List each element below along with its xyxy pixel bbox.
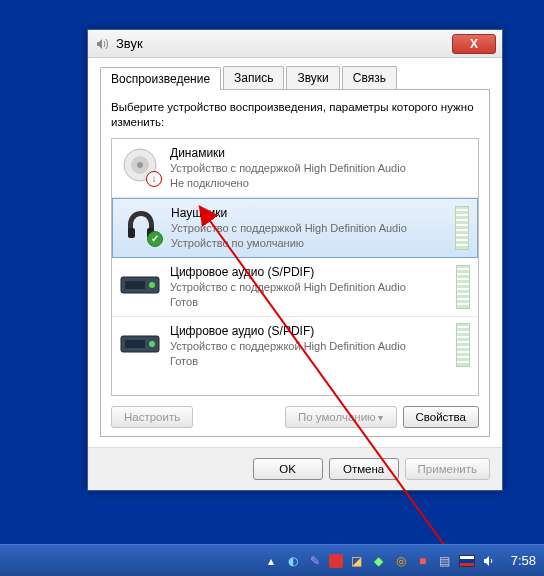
titlebar[interactable]: Звук X xyxy=(88,30,502,58)
headphones-icon: ✓ xyxy=(121,205,161,245)
device-desc: Устройство с поддержкой High Definition … xyxy=(170,280,446,295)
language-indicator[interactable] xyxy=(459,553,475,569)
configure-button[interactable]: Настроить xyxy=(111,406,193,428)
taskbar[interactable]: ▴ ◐ ✎ ◪ ◆ ◎ ■ ▤ 7:58 xyxy=(0,544,544,576)
system-tray: ▴ ◐ ✎ ◪ ◆ ◎ ■ ▤ 7:58 xyxy=(263,553,536,569)
unplugged-badge-icon: ↓ xyxy=(146,171,162,187)
device-status: Не подключено xyxy=(170,176,470,191)
tray-app-icon[interactable]: ■ xyxy=(415,553,431,569)
device-name: Наушники xyxy=(171,205,445,221)
level-meter xyxy=(456,265,470,309)
device-list[interactable]: ↓ Динамики Устройство с поддержкой High … xyxy=(111,138,479,396)
device-item-speakers[interactable]: ↓ Динамики Устройство с поддержкой High … xyxy=(112,139,478,198)
tray-app-icon[interactable]: ◐ xyxy=(285,553,301,569)
svg-rect-9 xyxy=(125,340,145,348)
svg-rect-3 xyxy=(128,228,135,238)
tray-app-icon[interactable]: ◪ xyxy=(349,553,365,569)
properties-button[interactable]: Свойства xyxy=(403,406,480,428)
tray-app-icon[interactable]: ◆ xyxy=(371,553,387,569)
device-name: Цифровое аудио (S/PDIF) xyxy=(170,323,446,339)
device-desc: Устройство с поддержкой High Definition … xyxy=(170,339,446,354)
set-default-button[interactable]: По умолчанию xyxy=(285,406,397,428)
tab-playback[interactable]: Воспроизведение xyxy=(100,67,221,90)
speaker-icon: ↓ xyxy=(120,145,160,185)
tray-security-icon[interactable] xyxy=(329,554,343,568)
window-title: Звук xyxy=(116,36,143,51)
device-item-headphones[interactable]: ✓ Наушники Устройство с поддержкой High … xyxy=(112,198,478,258)
tab-recording[interactable]: Запись xyxy=(223,66,284,89)
svg-rect-6 xyxy=(125,281,145,289)
tab-strip: Воспроизведение Запись Звуки Связь xyxy=(100,66,490,90)
level-meter xyxy=(456,323,470,367)
ok-button[interactable]: OK xyxy=(253,458,323,480)
apply-button[interactable]: Применить xyxy=(405,458,490,480)
device-desc: Устройство с поддержкой High Definition … xyxy=(170,161,470,176)
tray-app-icon[interactable]: ◎ xyxy=(393,553,409,569)
tab-communications[interactable]: Связь xyxy=(342,66,397,89)
svg-point-10 xyxy=(149,341,155,347)
sound-icon xyxy=(94,36,110,52)
svg-point-2 xyxy=(137,162,143,168)
tab-panel: Выберите устройство воспроизведения, пар… xyxy=(100,90,490,437)
device-status: Готов xyxy=(170,354,446,369)
clock[interactable]: 7:58 xyxy=(511,553,536,568)
device-name: Динамики xyxy=(170,145,470,161)
svg-point-7 xyxy=(149,282,155,288)
tray-chevron-icon[interactable]: ▴ xyxy=(263,553,279,569)
cancel-button[interactable]: Отмена xyxy=(329,458,399,480)
device-status: Устройство по умолчанию xyxy=(171,236,445,251)
spdif-icon xyxy=(120,264,160,304)
tray-app-icon[interactable]: ▤ xyxy=(437,553,453,569)
spdif-icon xyxy=(120,323,160,363)
default-badge-icon: ✓ xyxy=(147,231,163,247)
close-button[interactable]: X xyxy=(452,34,496,54)
device-item-spdif-1[interactable]: Цифровое аудио (S/PDIF) Устройство с под… xyxy=(112,258,478,317)
volume-icon[interactable] xyxy=(481,553,497,569)
sound-dialog: Звук X Воспроизведение Запись Звуки Связ… xyxy=(87,29,503,491)
instruction-text: Выберите устройство воспроизведения, пар… xyxy=(111,100,479,130)
tray-app-icon[interactable]: ✎ xyxy=(307,553,323,569)
device-name: Цифровое аудио (S/PDIF) xyxy=(170,264,446,280)
device-desc: Устройство с поддержкой High Definition … xyxy=(171,221,445,236)
device-item-spdif-2[interactable]: Цифровое аудио (S/PDIF) Устройство с под… xyxy=(112,317,478,375)
level-meter xyxy=(455,206,469,250)
tab-sounds[interactable]: Звуки xyxy=(286,66,339,89)
device-status: Готов xyxy=(170,295,446,310)
